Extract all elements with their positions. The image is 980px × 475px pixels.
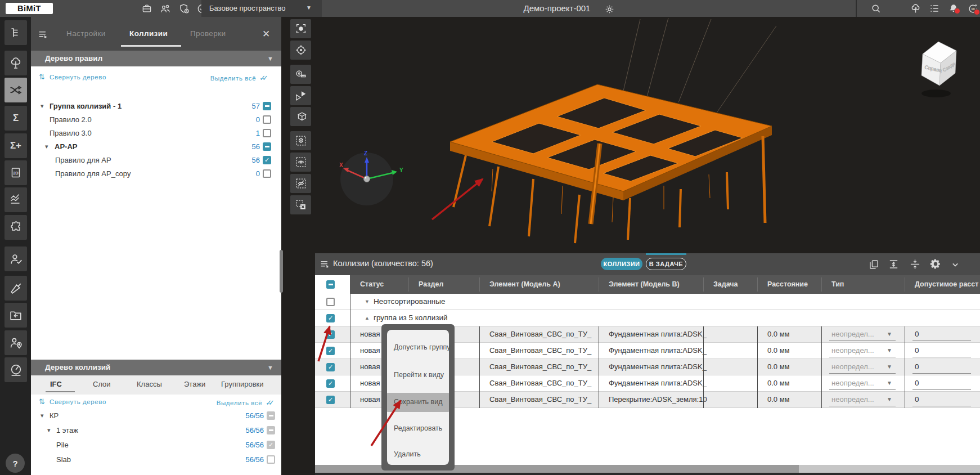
checkbox-indeterminate[interactable] [263, 102, 271, 110]
doc-2d-button[interactable]: 2D [5, 160, 27, 185]
checkbox-empty[interactable] [263, 115, 271, 124]
collapse-tree-link[interactable]: Свернуть дерево [50, 74, 106, 80]
checkbox-checked[interactable]: ✓ [326, 314, 335, 322]
locate-button[interactable] [290, 41, 311, 60]
team-icon[interactable] [159, 2, 172, 15]
checkbox-empty[interactable] [326, 298, 335, 306]
menu-item-delete[interactable]: Удалить [394, 450, 453, 458]
tree-row[interactable]: Правило 2.0 0 [31, 114, 281, 127]
expander-icon[interactable]: ▾ [47, 427, 51, 434]
mode-collisions-button[interactable]: КОЛЛИЗИИ [601, 258, 642, 270]
clip-plane-button[interactable] [290, 86, 311, 105]
dashboard-button[interactable] [5, 357, 27, 382]
allowed-distance-field[interactable]: 0 [915, 362, 919, 371]
list-icon[interactable] [928, 2, 941, 15]
type-dropdown[interactable]: неопредел... [831, 379, 885, 387]
tab-classes[interactable]: Классы [137, 380, 162, 388]
menu-item-save-view[interactable]: Сохранить вид [394, 398, 453, 406]
tab-checks[interactable]: Проверки [190, 29, 226, 38]
select-all[interactable]: Выделить всё ✓✓ [217, 398, 275, 407]
tab-settings[interactable]: Настройки [66, 29, 106, 38]
collapse-panel-icon[interactable] [38, 29, 48, 40]
tree-row[interactable]: Правило для АР 56 ✓ [31, 154, 281, 168]
tab-floors[interactable]: Этажи [184, 380, 205, 388]
menu-item-allow-group[interactable]: Допустить группу [394, 343, 453, 351]
checkbox-empty[interactable] [267, 455, 275, 464]
gear-icon[interactable] [929, 258, 942, 270]
tab-collisions[interactable]: Коллизии [129, 29, 168, 38]
briefcase-icon[interactable] [141, 2, 153, 15]
tab-ifc[interactable]: IFC [50, 380, 62, 388]
tree-row[interactable]: ▾ КР 56/56 [31, 410, 281, 423]
tree-icon[interactable] [909, 2, 921, 15]
checkbox-checked[interactable]: ✓ [326, 363, 335, 371]
tree-row[interactable]: Slab 56/56 [31, 454, 281, 467]
collapse-tree-link[interactable]: Свернуть дерево [50, 398, 106, 405]
chevron-down-icon[interactable] [950, 259, 961, 270]
sum-add-button[interactable]: Σ+ [5, 133, 27, 158]
construction-button[interactable] [5, 276, 27, 301]
tab-layers[interactable]: Слои [93, 380, 111, 388]
checkbox-indeterminate[interactable] [267, 411, 275, 420]
collapse-tree-icon[interactable]: ⇅ [39, 397, 45, 406]
sum-button[interactable]: Σ [5, 106, 27, 131]
checkbox-checked[interactable]: ✓ [326, 347, 335, 355]
checkbox-indeterminate[interactable] [326, 280, 335, 289]
allowed-distance-field[interactable]: 0 [915, 346, 919, 355]
tree-row[interactable]: Правило для АР_copy 0 [31, 168, 281, 181]
tree-row[interactable]: ▾ Группа коллизий - 1 57 [31, 100, 281, 114]
shield-status-icon[interactable] [178, 2, 190, 15]
person-location-button[interactable] [5, 330, 27, 355]
checkbox-checked[interactable]: ✓ [326, 396, 335, 404]
row-divide-icon[interactable] [909, 258, 921, 270]
checkbox-empty[interactable] [263, 129, 271, 137]
expander-icon[interactable]: ▾ [41, 102, 44, 110]
checkbox-checked[interactable]: ✓ [326, 330, 335, 339]
app-logo[interactable]: BiMiT [6, 3, 53, 14]
plugins-button[interactable] [5, 215, 27, 240]
allowed-distance-field[interactable]: 0 [915, 330, 919, 338]
tree-row[interactable]: ▾ 1 этаж 56/56 [31, 424, 281, 438]
checkbox-indeterminate[interactable] [263, 142, 271, 151]
fit-height-icon[interactable] [888, 258, 900, 270]
project-settings-gear-icon[interactable] [603, 3, 615, 15]
focus-selection-button[interactable] [290, 19, 311, 38]
duplicate-icon[interactable] [868, 258, 880, 270]
type-dropdown[interactable]: неопредел... [831, 362, 885, 371]
checkbox-indeterminate[interactable] [267, 426, 275, 434]
history-icon[interactable]: 10 [966, 2, 979, 15]
checkbox-checked[interactable]: ✓ [263, 156, 271, 164]
checkbox-checked[interactable]: ✓ [326, 379, 335, 388]
axis-gizmo[interactable]: Z X Y [339, 150, 403, 205]
workspace-dropdown[interactable]: Базовое пространство ▼ [201, 0, 322, 17]
tab-groupings[interactable]: Группировки [221, 380, 264, 388]
charts-button[interactable] [5, 187, 27, 212]
person-check-button[interactable] [5, 247, 27, 271]
view-cube[interactable]: Справа Сзади [921, 42, 956, 97]
select-all[interactable]: Выделить всё ✓✓ [210, 74, 269, 82]
expander-icon[interactable]: ▾ [45, 143, 48, 150]
allowed-distance-field[interactable]: 0 [915, 379, 919, 387]
rules-tree-header[interactable]: Дерево правил ▼ [31, 51, 281, 66]
mode-in-task-button[interactable]: В ЗАДАЧЕ [646, 258, 686, 270]
measure-button[interactable] [290, 65, 311, 84]
type-dropdown[interactable]: неопредел... [831, 395, 885, 404]
isolate-button[interactable] [290, 131, 311, 150]
type-dropdown[interactable]: неопредел... [831, 330, 885, 338]
show-button[interactable] [290, 153, 311, 172]
tree-row[interactable]: ▾ АР-АР 56 [31, 141, 281, 154]
expander-icon[interactable]: ▼ [365, 299, 370, 304]
clear-selection-button[interactable] [290, 195, 311, 214]
scene-tree-button[interactable] [5, 51, 27, 75]
tree-row[interactable]: Правило 3.0 1 [31, 127, 281, 141]
section-box-button[interactable] [290, 107, 311, 126]
type-dropdown[interactable]: неопредел... [831, 346, 885, 355]
help-button[interactable]: ? [6, 454, 25, 473]
allowed-distance-field[interactable]: 0 [915, 395, 919, 404]
close-icon[interactable]: ✕ [260, 28, 272, 39]
model-pile-cap[interactable] [450, 84, 772, 243]
bell-icon[interactable] [947, 2, 960, 15]
hide-button[interactable] [290, 174, 311, 193]
search-icon[interactable] [870, 2, 882, 15]
collisions-button[interactable] [5, 78, 27, 102]
